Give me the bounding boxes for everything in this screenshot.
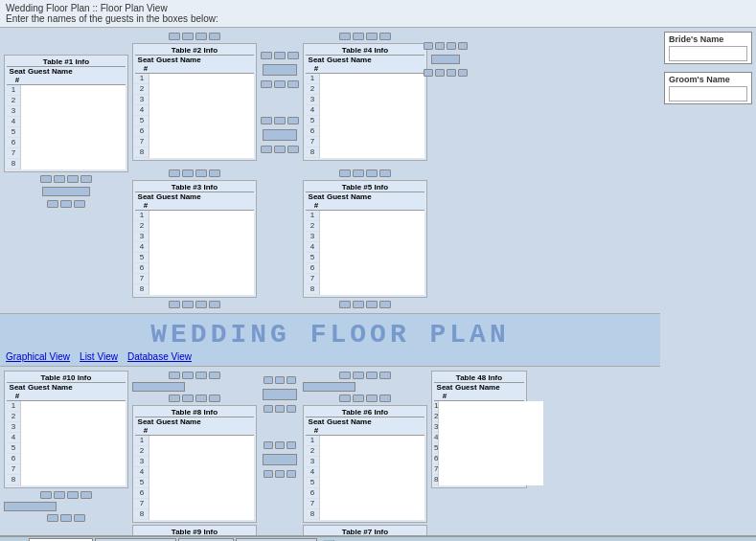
seat-input[interactable]	[149, 263, 254, 274]
seat-input[interactable]	[319, 242, 424, 253]
seat-input[interactable]	[149, 274, 254, 284]
seat-input[interactable]	[149, 105, 254, 116]
table-row: 5	[434, 443, 524, 454]
seat-input[interactable]	[149, 137, 254, 147]
seat-input[interactable]	[319, 284, 424, 295]
database-view-link[interactable]: Database View	[127, 351, 192, 362]
seat-input[interactable]	[319, 126, 424, 137]
seat-input[interactable]	[319, 274, 424, 284]
table-4: Table #4 Info Seat # Guest Name 1 2 3 4 …	[303, 43, 427, 161]
table-row: 8	[7, 159, 126, 169]
seat-input[interactable]	[20, 412, 126, 422]
seat-input[interactable]	[20, 159, 126, 169]
seat-input[interactable]	[20, 96, 126, 106]
seat-input[interactable]	[438, 443, 543, 454]
seat-input[interactable]	[20, 454, 126, 464]
seat-input[interactable]	[438, 422, 543, 433]
seat-input[interactable]	[319, 221, 424, 232]
table-row: 3	[306, 95, 424, 105]
table-8: Table #8 Info Seat # Guest Name 1 2 3 4 …	[132, 405, 257, 523]
seat-input[interactable]	[319, 116, 424, 126]
seat-input[interactable]	[319, 478, 424, 488]
seat-input[interactable]	[149, 221, 254, 232]
banner: WEDDING FLOOR PLAN Graphical View List V…	[0, 313, 660, 367]
seat-input[interactable]	[319, 457, 424, 467]
seat-input[interactable]	[319, 147, 424, 158]
seat-input[interactable]	[319, 467, 424, 478]
seat-input[interactable]	[149, 488, 254, 499]
seat-input[interactable]	[438, 464, 543, 475]
seat-input[interactable]	[149, 84, 254, 95]
seat-input[interactable]	[20, 148, 126, 159]
seat-input[interactable]	[20, 117, 126, 127]
seat-input[interactable]	[438, 475, 543, 485]
seat-input[interactable]	[319, 499, 424, 509]
seat-input[interactable]	[149, 242, 254, 253]
seat-input[interactable]	[438, 433, 543, 443]
oval-table	[263, 389, 297, 400]
seat-input[interactable]	[319, 232, 424, 242]
seat-input[interactable]	[149, 116, 254, 126]
seat-input[interactable]	[20, 138, 126, 148]
seat-input[interactable]	[319, 263, 424, 274]
table-row: 4	[7, 117, 126, 127]
seat-input[interactable]	[319, 95, 424, 105]
seat-input[interactable]	[149, 478, 254, 488]
graphical-view-link[interactable]: Graphical View	[6, 351, 70, 362]
table-7: Table #7 Info Seat # Guest Name 1 2 3 4 …	[303, 525, 427, 535]
seat-input[interactable]	[20, 106, 126, 117]
seat-input[interactable]	[319, 488, 424, 499]
seat-input[interactable]	[20, 422, 126, 433]
seat-input[interactable]	[149, 467, 254, 478]
chairs-visual	[263, 470, 296, 478]
seat-input[interactable]	[20, 127, 126, 138]
seat-input[interactable]	[20, 475, 126, 485]
seat-input[interactable]	[149, 126, 254, 137]
right-panel: Bride's Name Groom's Name	[660, 28, 756, 535]
seat-input[interactable]	[20, 401, 126, 412]
seat-input[interactable]	[20, 443, 126, 454]
chairs-visual	[132, 169, 257, 177]
seat-input[interactable]	[149, 446, 254, 457]
chairs-visual	[303, 394, 427, 402]
chairs-visual	[261, 146, 299, 153]
seat-input[interactable]	[149, 74, 254, 84]
oval-table	[4, 502, 57, 511]
seat-input[interactable]	[149, 436, 254, 446]
seat-input[interactable]	[319, 137, 424, 147]
seat-input[interactable]	[319, 84, 424, 95]
seat-input[interactable]	[319, 436, 424, 446]
seat-input[interactable]	[149, 509, 254, 520]
seat-input[interactable]	[149, 211, 254, 221]
table-row: 5	[306, 253, 424, 263]
seat-input[interactable]	[20, 433, 126, 443]
seat-input[interactable]	[438, 454, 543, 464]
seat-input[interactable]	[149, 232, 254, 242]
chairs-visual	[303, 301, 427, 308]
seat-input[interactable]	[319, 253, 424, 263]
table-row: 1	[306, 74, 424, 84]
seat-input[interactable]	[20, 464, 126, 475]
seat-input[interactable]	[319, 105, 424, 116]
list-view-link[interactable]: List View	[80, 351, 118, 362]
seat-input[interactable]	[149, 147, 254, 158]
table-row: 2	[135, 221, 254, 232]
bride-name-input[interactable]	[669, 46, 747, 61]
seat-input[interactable]	[149, 95, 254, 105]
seat-input[interactable]	[319, 446, 424, 457]
seat-input[interactable]	[149, 499, 254, 509]
seat-input[interactable]	[319, 211, 424, 221]
seat-input[interactable]	[20, 85, 126, 96]
seat-input[interactable]	[149, 284, 254, 295]
seat-input[interactable]	[149, 457, 254, 467]
seat-input[interactable]	[438, 412, 543, 422]
groom-name-input[interactable]	[669, 86, 747, 101]
seat-input[interactable]	[149, 253, 254, 263]
table-row: 6	[434, 454, 524, 464]
table-row: 4	[306, 105, 424, 116]
seat-input[interactable]	[438, 401, 543, 412]
table-2: Table #2 Info Seat # Guest Name 1 2 3 4 …	[132, 43, 257, 161]
seat-input[interactable]	[319, 509, 424, 520]
seat-input[interactable]	[319, 74, 424, 84]
table-row: 3	[135, 232, 254, 242]
